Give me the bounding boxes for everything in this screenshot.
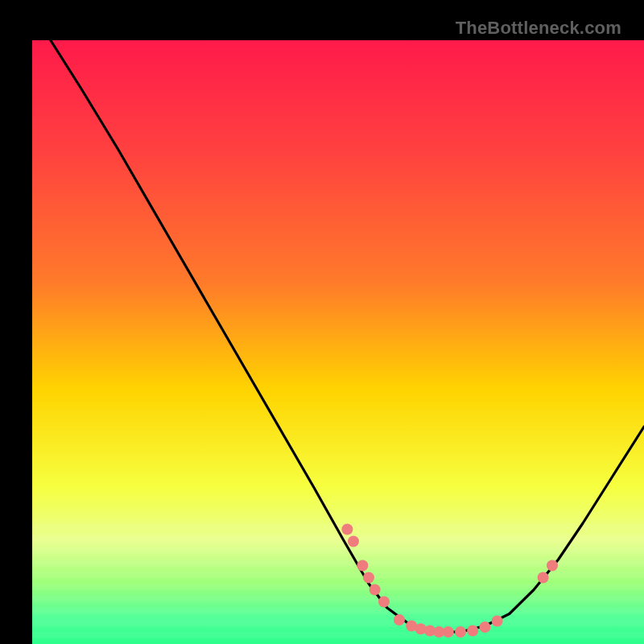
band-stripe <box>32 535 644 542</box>
band-stripe <box>32 584 644 590</box>
chart-frame: TheBottleneck.com <box>16 16 628 628</box>
band-stripe <box>32 547 644 554</box>
data-point <box>394 614 405 625</box>
data-point <box>357 560 368 572</box>
bottleneck-curve-chart <box>32 40 644 644</box>
band-stripe <box>32 620 644 626</box>
band-stripe <box>32 608 644 614</box>
data-point <box>378 597 390 608</box>
data-point <box>455 626 466 638</box>
data-point <box>538 572 549 584</box>
data-point <box>348 536 359 547</box>
band-stripe <box>32 572 644 578</box>
data-point <box>341 524 353 535</box>
band-stripe <box>32 596 644 602</box>
data-point <box>467 625 478 637</box>
data-point <box>443 626 454 638</box>
attribution-label: TheBottleneck.com <box>456 18 621 39</box>
data-point <box>369 584 381 596</box>
data-point <box>363 572 374 584</box>
band-stripe <box>32 632 644 638</box>
data-point <box>547 560 558 572</box>
data-point <box>492 616 503 627</box>
chart-svg <box>32 40 644 644</box>
data-point <box>479 621 490 633</box>
